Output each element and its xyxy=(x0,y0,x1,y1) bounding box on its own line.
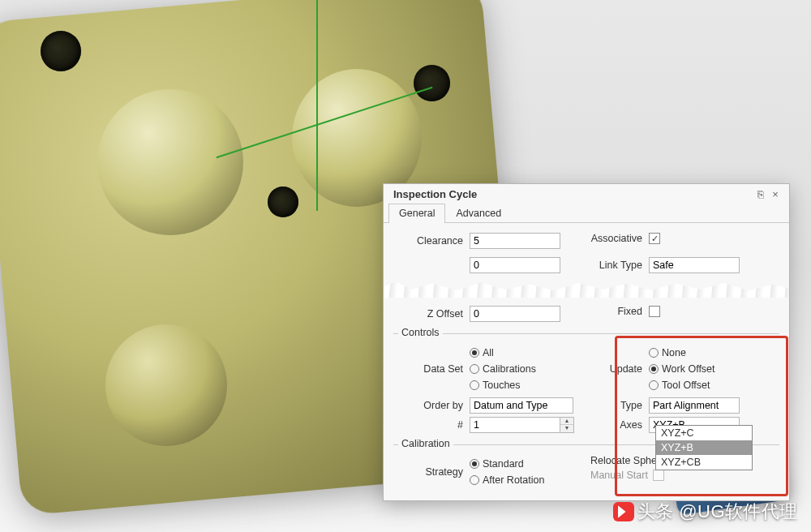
fixed-checkbox[interactable] xyxy=(649,306,660,317)
controls-legend: Controls xyxy=(398,327,443,338)
manual-label: Manual Start xyxy=(590,470,653,481)
zoffset-label: Z Offset xyxy=(393,308,470,320)
axes-option[interactable]: XYZ+CB xyxy=(656,455,752,470)
hash-label: # xyxy=(393,419,470,431)
clearance-input[interactable] xyxy=(470,233,560,249)
axes-dropdown-list[interactable]: XYZ+C XYZ+B XYZ+CB xyxy=(655,425,753,470)
tab-general[interactable]: General xyxy=(388,204,445,223)
watermark-logo-icon xyxy=(613,502,634,521)
type-label: Type xyxy=(590,400,649,411)
blank-input[interactable] xyxy=(470,257,560,273)
torn-edge-decoration xyxy=(384,280,789,298)
type-select[interactable] xyxy=(649,397,740,414)
close-icon[interactable]: × xyxy=(768,188,783,200)
cad-hole xyxy=(414,65,450,101)
calibration-legend: Calibration xyxy=(398,438,453,449)
associative-checkbox[interactable]: ✓ xyxy=(649,233,660,244)
update-none-radio[interactable]: None xyxy=(649,345,779,360)
dialog-tabs: General Advanced xyxy=(384,203,789,223)
axes-label: Axes xyxy=(590,419,649,431)
fixed-label: Fixed xyxy=(590,306,649,317)
spin-up-icon[interactable]: ▲ xyxy=(560,418,573,425)
dataset-all-radio[interactable]: All xyxy=(470,345,582,360)
orderby-select[interactable] xyxy=(470,397,573,414)
update-work-radio[interactable]: Work Offset xyxy=(649,362,779,376)
associative-label: Associative xyxy=(590,233,649,244)
clearance-label: Clearance xyxy=(393,235,470,247)
dataset-calibrations-radio[interactable]: Calibrations xyxy=(470,362,582,376)
strategy-label: Strategy xyxy=(393,466,470,478)
tab-advanced[interactable]: Advanced xyxy=(445,204,512,223)
dataset-label: Data Set xyxy=(393,363,470,375)
linktype-label: Link Type xyxy=(590,260,649,271)
zoffset-input[interactable] xyxy=(470,306,560,322)
cad-boss xyxy=(97,89,243,235)
pin-icon[interactable]: ⎘ xyxy=(753,188,768,200)
cad-hole xyxy=(41,31,81,71)
hash-spinner[interactable]: ▲▼ xyxy=(470,417,574,433)
axes-option-selected[interactable]: XYZ+B xyxy=(656,440,752,455)
cad-boss xyxy=(105,324,227,446)
strategy-after-radio[interactable]: After Rotation xyxy=(470,473,582,487)
strategy-standard-radio[interactable]: Standard xyxy=(470,457,582,471)
manual-checkbox[interactable] xyxy=(653,470,664,481)
dialog-titlebar[interactable]: Inspection Cycle ⎘ × xyxy=(384,184,789,203)
dataset-touches-radio[interactable]: Touches xyxy=(470,378,582,393)
dialog-title: Inspection Cycle xyxy=(393,188,753,200)
axes-option[interactable]: XYZ+C xyxy=(656,426,752,440)
cad-hole xyxy=(268,187,298,217)
controls-group: Controls Data Set All Calibrations Touch… xyxy=(393,333,779,436)
probe-line xyxy=(316,0,318,211)
watermark: 头条 @UG软件代理 xyxy=(613,500,798,524)
linktype-select[interactable] xyxy=(649,257,740,273)
update-tool-radio[interactable]: Tool Offset xyxy=(649,378,779,393)
update-label: Update xyxy=(590,363,649,375)
orderby-label: Order by xyxy=(393,400,470,411)
inspection-cycle-dialog: Inspection Cycle ⎘ × General Advanced Cl… xyxy=(383,183,790,501)
spin-down-icon[interactable]: ▼ xyxy=(560,425,573,432)
